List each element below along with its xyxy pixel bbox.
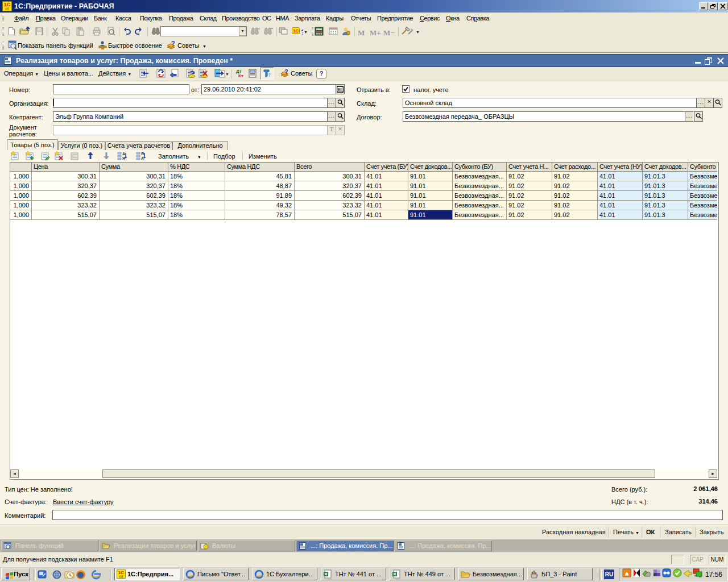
svg-text:Я: Я <box>141 152 144 156</box>
svg-text:?: ? <box>171 40 175 47</box>
svg-text:1С: 1С <box>293 28 299 34</box>
svg-text:А: А <box>122 152 125 156</box>
svg-text:?: ? <box>284 69 288 75</box>
svg-text:v8: v8 <box>119 575 123 579</box>
svg-text:?: ? <box>301 28 303 36</box>
svg-text:Кт: Кт <box>238 73 243 78</box>
